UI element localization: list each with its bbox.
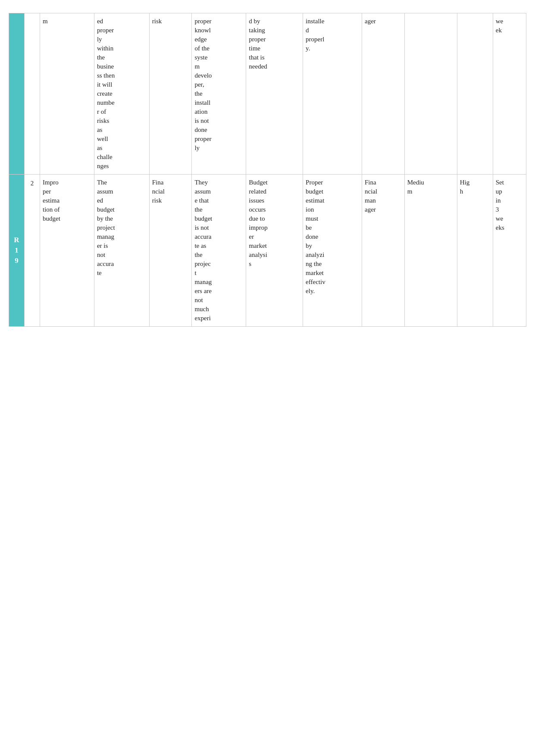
cell-setup: Set up in 3 we eks xyxy=(493,175,526,327)
table-row: m ed proper ly within the busine ss then… xyxy=(9,13,526,175)
cell-proper2: Proper budget estimat ion must be done b… xyxy=(303,175,362,327)
cell-assum: The assum ed budget by the project manag… xyxy=(94,175,149,327)
cell-mediu: Mediu m xyxy=(404,175,457,327)
cell-m: m xyxy=(40,13,94,175)
cell-installe: installe d properl y. xyxy=(303,13,362,175)
page: m ed proper ly within the busine ss then… xyxy=(0,0,535,756)
risk-table: m ed proper ly within the busine ss then… xyxy=(9,13,526,327)
cell-high: Hig h xyxy=(457,175,493,327)
row-num-empty xyxy=(25,13,40,175)
cell-ed: ed proper ly within the busine ss then i… xyxy=(94,13,149,175)
row-num-2: 2 xyxy=(25,175,40,327)
cell-they: They assum e that the budget is not accu… xyxy=(192,175,246,327)
cell-week: we ek xyxy=(493,13,526,175)
row-header-r19: R 1 9 xyxy=(9,175,25,327)
cell-proper: proper knowl edge of the syste m develo … xyxy=(192,13,246,175)
cell-impro: Impro per estima tion of budget xyxy=(40,175,94,327)
teal-spacer xyxy=(9,13,25,175)
cell-empty1 xyxy=(404,13,457,175)
table-row: R 1 9 2 Impro per estima tion of budget … xyxy=(9,175,526,327)
cell-budget: Budget related issues occurs due to impr… xyxy=(246,175,303,327)
cell-fina2: Fina ncial man ager xyxy=(362,175,405,327)
cell-risk: risk xyxy=(149,13,192,175)
cell-d-by: d by taking proper time that is needed xyxy=(246,13,303,175)
cell-fina: Fina ncial risk xyxy=(149,175,192,327)
cell-empty2 xyxy=(457,13,493,175)
cell-ager: ager xyxy=(362,13,405,175)
